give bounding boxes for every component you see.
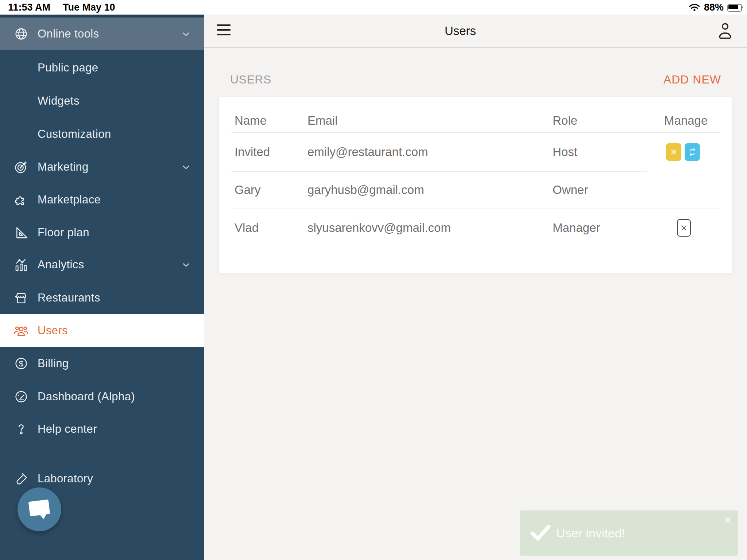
set-square-icon xyxy=(13,225,29,241)
table-row: Gary garyhusb@gmail.com Owner xyxy=(219,183,732,197)
header-name: Name xyxy=(235,113,267,128)
sidebar-item-help-center[interactable]: Help center xyxy=(0,413,204,446)
toast-success: User invited! × xyxy=(520,510,738,556)
refresh-icon xyxy=(688,147,697,157)
x-icon xyxy=(670,148,678,156)
chat-button[interactable] xyxy=(18,487,61,531)
sidebar-item-users[interactable]: Users xyxy=(0,314,204,347)
sidebar-item-label: Widgets xyxy=(0,94,80,108)
sidebar-item-analytics[interactable]: Analytics xyxy=(0,248,204,281)
svg-text:$: $ xyxy=(19,359,24,368)
chevron-down-icon xyxy=(181,260,191,269)
cell-role: Owner xyxy=(553,183,588,197)
table-header-row: Name Email Role Manage xyxy=(219,113,732,128)
battery-icon xyxy=(727,3,744,11)
cell-name: Vlad xyxy=(235,221,259,235)
sidebar-item-customization[interactable]: Customization xyxy=(0,118,204,151)
sidebar: Online tools Public page Widgets Customi… xyxy=(0,15,204,560)
sidebar-item-label: Customization xyxy=(0,128,111,141)
puzzle-icon xyxy=(13,192,29,208)
cell-role: Manager xyxy=(553,221,600,235)
status-date: Tue May 10 xyxy=(63,2,115,13)
chevron-down-icon xyxy=(181,29,191,39)
cell-role: Host xyxy=(553,145,577,159)
chat-bubble-icon xyxy=(28,499,50,516)
chevron-down-icon xyxy=(181,162,191,172)
toast-message: User invited! xyxy=(556,510,625,556)
sidebar-item-label: Analytics xyxy=(0,258,84,271)
users-icon xyxy=(13,323,29,339)
divider xyxy=(231,209,720,209)
sidebar-item-floor-plan[interactable]: Floor plan xyxy=(0,216,204,249)
battery-percent: 88% xyxy=(704,2,724,13)
cell-name: Invited xyxy=(235,145,270,159)
cell-email: emily@restaurant.com xyxy=(307,145,428,159)
x-icon xyxy=(680,223,688,232)
sidebar-item-label: Users xyxy=(0,324,68,337)
question-icon xyxy=(13,421,29,437)
status-bar: 11:53 AM Tue May 10 88% xyxy=(0,0,747,15)
sidebar-item-marketing[interactable]: Marketing xyxy=(0,151,204,183)
gauge-icon xyxy=(13,389,29,405)
sidebar-item-widgets[interactable]: Widgets xyxy=(0,85,204,117)
sidebar-item-public-page[interactable]: Public page xyxy=(0,51,204,84)
header-email: Email xyxy=(307,113,338,128)
sidebar-item-label: Billing xyxy=(0,357,69,370)
sidebar-item-restaurants[interactable]: Restaurants xyxy=(0,281,204,314)
status-time: 11:53 AM xyxy=(8,2,50,13)
sidebar-item-marketplace[interactable]: Marketplace xyxy=(0,183,204,216)
main-content: Users USERS ADD NEW Name Email Role Mana… xyxy=(204,15,747,560)
cell-name: Gary xyxy=(235,183,261,197)
sidebar-item-label: Public page xyxy=(0,61,98,74)
add-new-button[interactable]: ADD NEW xyxy=(663,71,721,88)
bar-chart-icon xyxy=(13,257,29,273)
section-header: USERS ADD NEW xyxy=(204,71,747,88)
cell-email: slyusarenkovv@gmail.com xyxy=(307,221,451,235)
page-title: Users xyxy=(204,15,716,47)
header-role: Role xyxy=(553,113,577,128)
sidebar-item-online-tools[interactable]: Online tools xyxy=(0,18,204,50)
divider xyxy=(231,132,720,133)
users-card: Name Email Role Manage Invited emily@res… xyxy=(219,97,732,273)
storefront-icon xyxy=(13,290,29,306)
cell-email: garyhusb@gmail.com xyxy=(307,183,424,197)
screen: 11:53 AM Tue May 10 88% xyxy=(0,0,747,560)
divider xyxy=(231,171,647,172)
table-row: Vlad slyusarenkovv@gmail.com Manager xyxy=(219,221,732,235)
test-tube-icon xyxy=(13,471,29,487)
globe-icon xyxy=(13,26,29,42)
remove-user-button[interactable] xyxy=(677,219,691,237)
wifi-icon xyxy=(689,3,700,12)
table-row: Invited emily@restaurant.com Host xyxy=(219,145,732,159)
resend-invite-button[interactable] xyxy=(685,143,700,161)
dollar-icon: $ xyxy=(13,355,29,372)
top-bar: Users xyxy=(204,15,747,48)
header-manage: Manage xyxy=(664,113,708,128)
section-title: USERS xyxy=(230,71,271,88)
toast-close-icon[interactable]: × xyxy=(724,513,731,527)
cancel-invite-button[interactable] xyxy=(666,143,681,161)
account-icon[interactable] xyxy=(716,21,734,40)
target-icon xyxy=(13,159,29,175)
sidebar-item-billing[interactable]: $ Billing xyxy=(0,347,204,380)
sidebar-item-dashboard-alpha[interactable]: Dashboard (Alpha) xyxy=(0,380,204,413)
check-icon xyxy=(530,523,551,542)
